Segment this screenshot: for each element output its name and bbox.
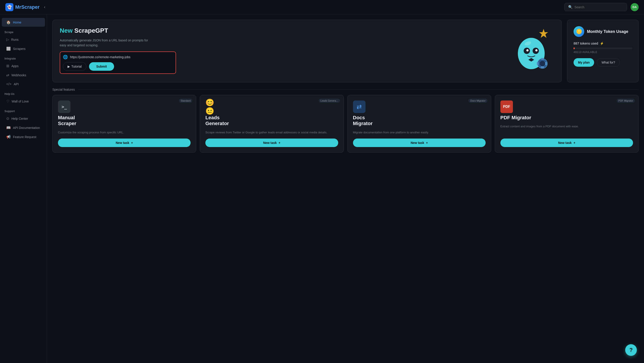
apps-icon: ⊞ bbox=[6, 64, 9, 68]
runs-icon: ▷ bbox=[6, 37, 9, 42]
new-task-label-1: New task bbox=[116, 141, 129, 145]
token-card: 🪙 Monthly Token Usage 887 tokens used ⚡ … bbox=[567, 20, 639, 82]
question-mark-icon: ? bbox=[630, 347, 633, 353]
pdf-migrator-new-task-button[interactable]: New task + bbox=[500, 139, 633, 147]
token-stats: 887 tokens used ⚡ 49113 AVAILABLE bbox=[574, 41, 632, 54]
sidebar-item-home-label: Home bbox=[13, 21, 21, 24]
token-buttons: My plan What for? bbox=[574, 58, 632, 67]
lightning-icon: ⚡ bbox=[600, 42, 604, 45]
app-logo: 👻 MrScraper bbox=[5, 3, 40, 11]
help-fab-button[interactable]: ? bbox=[625, 344, 637, 356]
sidebar-item-api[interactable]: </> API bbox=[2, 80, 45, 88]
svg-rect-9 bbox=[541, 58, 544, 60]
svg-rect-10 bbox=[541, 66, 544, 68]
webhooks-icon: ⇄ bbox=[6, 73, 9, 77]
manual-scraper-new-task-button[interactable]: New task + bbox=[58, 139, 190, 147]
sidebar-item-webhooks[interactable]: ⇄ Webhooks bbox=[2, 71, 45, 80]
token-progress-bar-fill bbox=[574, 48, 575, 49]
globe-icon: 🌐 bbox=[63, 55, 68, 60]
feature-card-pdf-migrator: PDF Migrator PDF PDF Migrator Extract co… bbox=[495, 95, 639, 153]
sidebar-item-scrapers[interactable]: ⬜ Scrapers bbox=[2, 44, 45, 53]
manual-scraper-desc: Customize the scraping process from spec… bbox=[58, 130, 190, 135]
plus-icon-4: + bbox=[574, 141, 575, 145]
hero-description: Automatically generate JSON from a URL b… bbox=[60, 38, 149, 48]
svg-point-5 bbox=[535, 49, 538, 52]
leads-generator-icon-area: 😊😐 LeadsGenerator bbox=[205, 101, 338, 127]
home-icon: 🏠 bbox=[6, 20, 11, 25]
token-progress-bar-bg bbox=[574, 48, 632, 49]
docs-migrator-name: DocsMigrator bbox=[353, 115, 486, 127]
sidebar-item-runs[interactable]: ▷ Runs bbox=[2, 35, 45, 44]
pdf-migrator-icon-area: PDF PDF Migrator bbox=[500, 101, 633, 121]
pdf-migrator-name: PDF Migrator bbox=[500, 115, 633, 121]
token-title: Monthly Token Usage bbox=[587, 29, 628, 34]
svg-point-4 bbox=[526, 49, 528, 52]
megaphone-icon: 📢 bbox=[6, 135, 11, 139]
hero-title: New ScrapeGPT bbox=[60, 27, 176, 34]
docs-migrator-new-task-button[interactable]: New task + bbox=[353, 139, 486, 147]
sidebar-item-api-label: API bbox=[14, 82, 19, 86]
book-icon: 📖 bbox=[6, 126, 11, 130]
tutorial-label: Tutorial bbox=[71, 65, 82, 68]
search-input[interactable] bbox=[574, 5, 623, 9]
tutorial-button[interactable]: ▶ Tutorial bbox=[63, 62, 86, 71]
url-input[interactable] bbox=[70, 55, 173, 59]
token-used-label: 887 tokens used bbox=[574, 41, 598, 45]
mascot-illustration bbox=[508, 27, 552, 76]
collapse-sidebar-button[interactable]: ‹ bbox=[43, 4, 46, 10]
docs-migrator-desc: Migrate documentation from one platform … bbox=[353, 130, 486, 135]
leads-generator-desc: Scrape reviews from Twitter or Google to… bbox=[205, 130, 338, 135]
sidebar-item-apps[interactable]: ⊞ Apps bbox=[2, 62, 45, 70]
api-icon: </> bbox=[6, 82, 12, 86]
sidebar-item-scrapers-label: Scrapers bbox=[13, 47, 26, 51]
search-bar[interactable]: 🔍 bbox=[564, 3, 627, 11]
new-task-label-3: New task bbox=[411, 141, 424, 145]
feature-card-docs-migrator: Docs Migrator ⇄ DocsMigrator Migrate doc… bbox=[348, 95, 491, 153]
svg-rect-11 bbox=[537, 62, 539, 65]
sidebar-item-apps-label: Apps bbox=[12, 64, 18, 68]
token-icon: 🪙 bbox=[574, 26, 584, 37]
heart-icon: ♡ bbox=[6, 99, 10, 103]
token-used: 887 tokens used ⚡ bbox=[574, 41, 632, 45]
sidebar-item-home[interactable]: 🏠 Home bbox=[2, 18, 45, 27]
manual-scraper-icon-area: >_ ManualScraper bbox=[58, 101, 190, 127]
header-left: 👻 MrScraper ‹ bbox=[5, 3, 46, 11]
leads-generator-new-task-button[interactable]: New task + bbox=[205, 139, 338, 147]
header-right: 🔍 DA bbox=[564, 3, 639, 11]
hero-input-row: 🌐 bbox=[63, 55, 173, 60]
my-plan-button[interactable]: My plan bbox=[574, 58, 594, 67]
plus-icon-3: + bbox=[426, 141, 428, 145]
sidebar-section-scrape: Scrape bbox=[0, 27, 47, 35]
sidebar-section-help-us: Help Us bbox=[0, 89, 47, 97]
avatar[interactable]: DA bbox=[630, 3, 639, 11]
sidebar-item-help-center[interactable]: ⊙ Help Center bbox=[2, 114, 45, 123]
plus-icon-1: + bbox=[131, 141, 133, 145]
sidebar-item-api-docs[interactable]: 📖 API Documentation bbox=[2, 123, 45, 132]
leads-generator-name: LeadsGenerator bbox=[205, 115, 338, 127]
logo-icon: 👻 bbox=[5, 3, 14, 11]
special-features-section: Special features Standard >_ ManualScrap… bbox=[52, 88, 639, 153]
token-header: 🪙 Monthly Token Usage bbox=[574, 26, 632, 37]
sidebar-item-feature-request-label: Feature Request bbox=[13, 135, 36, 139]
what-for-button[interactable]: What for? bbox=[597, 58, 620, 67]
leads-generator-icon: 😊😐 bbox=[205, 101, 218, 113]
feature-card-manual-scraper: Standard >_ ManualScraper Customize the … bbox=[52, 95, 196, 153]
manual-scraper-icon: >_ bbox=[58, 101, 70, 113]
sidebar-section-integrate: Integrate bbox=[0, 54, 47, 62]
submit-button[interactable]: Submit bbox=[89, 62, 114, 71]
sidebar-item-feature-request[interactable]: 📢 Feature Request bbox=[2, 133, 45, 141]
help-center-icon: ⊙ bbox=[6, 116, 9, 121]
special-features-title: Special features bbox=[52, 88, 75, 91]
pdf-migrator-desc: Extract content and images from a PDF do… bbox=[500, 124, 633, 129]
sidebar-item-wall-of-love[interactable]: ♡ Wall of Love bbox=[2, 97, 45, 106]
main-layout: 🏠 Home Scrape ▷ Runs ⬜ Scrapers Integrat… bbox=[0, 14, 644, 363]
manual-scraper-badge: Standard bbox=[179, 99, 192, 103]
play-icon: ▶ bbox=[68, 65, 70, 68]
app-header: 👻 MrScraper ‹ 🔍 DA bbox=[0, 0, 644, 14]
sidebar-item-webhooks-label: Webhooks bbox=[12, 73, 26, 77]
pdf-migrator-badge: PDF Migrator bbox=[617, 99, 635, 103]
section-divider bbox=[78, 90, 639, 90]
sidebar: 🏠 Home Scrape ▷ Runs ⬜ Scrapers Integrat… bbox=[0, 14, 47, 363]
manual-scraper-name: ManualScraper bbox=[58, 115, 190, 127]
main-content: New ScrapeGPT Automatically generate JSO… bbox=[47, 14, 644, 363]
